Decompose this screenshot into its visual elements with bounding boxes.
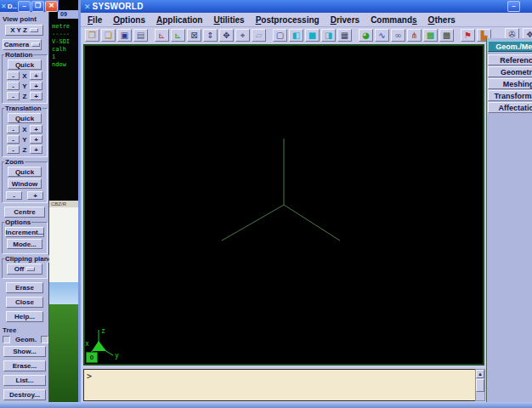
rotate-y-plus-button[interactable]: + xyxy=(30,82,42,90)
tree-destroy-button[interactable]: Destroy... xyxy=(3,389,46,400)
hidden-line-cube-icon[interactable]: ◧ xyxy=(289,29,303,42)
translation-quick-button[interactable]: Quick xyxy=(8,113,42,123)
geom-checkbox[interactable] xyxy=(3,336,10,343)
tree-erase-button[interactable]: Erase... xyxy=(3,360,46,371)
help-button[interactable]: Help... xyxy=(6,311,43,322)
rotation-label: Rotation xyxy=(4,51,33,59)
panel-button-meshing[interactable]: Meshing xyxy=(488,78,532,89)
axis-y-label: Y xyxy=(22,82,27,90)
translate-x-minus-button[interactable]: - xyxy=(7,125,20,133)
save-icon[interactable]: ▣ xyxy=(117,29,132,42)
zoom-icon[interactable]: ⌖ xyxy=(235,29,250,42)
zoom-window-button[interactable]: Window xyxy=(8,178,42,189)
wallpaper-grass: viz xyxy=(49,304,80,408)
dialog-minimize-button[interactable]: – xyxy=(18,1,31,12)
camera-option-menu[interactable]: Camera xyxy=(3,39,42,50)
shaded-cube-icon[interactable]: ■ xyxy=(305,29,320,42)
zoom-in-button[interactable]: + xyxy=(27,191,43,200)
dialog-title: D... xyxy=(8,3,17,10)
triad-y-label: y xyxy=(115,352,119,360)
mesh-checkbox[interactable] xyxy=(41,336,48,343)
menu-postprocessing[interactable]: Postprocessing xyxy=(256,15,320,25)
menu-file[interactable]: File xyxy=(88,15,102,25)
clipping-option-menu[interactable]: Off xyxy=(7,264,42,275)
flag-icon[interactable]: ⚑ xyxy=(461,29,475,42)
rotate-x-plus-button[interactable]: + xyxy=(30,71,42,80)
open-folder-icon[interactable]: ❏ xyxy=(101,29,116,42)
tree-show-button[interactable]: Show... xyxy=(3,346,46,357)
translate-z-minus-button[interactable]: - xyxy=(7,145,20,154)
dialog-close-button[interactable]: ✕ xyxy=(45,1,58,12)
print-icon[interactable]: ▤ xyxy=(133,29,148,42)
material-sphere-icon[interactable]: ◕ xyxy=(359,29,373,42)
command-scrollbar[interactable]: ▲ xyxy=(475,369,485,401)
axis-x-label: X xyxy=(22,72,27,80)
xyz-option-menu[interactable]: X Y Z xyxy=(5,25,43,36)
scrollbar-thumb[interactable] xyxy=(476,379,484,392)
zoom-out-button[interactable]: - xyxy=(6,191,22,200)
curve-plot-icon[interactable]: ∿ xyxy=(375,29,389,42)
close-button[interactable]: Close xyxy=(6,297,43,308)
hierarchy-icon[interactable]: ⋔ xyxy=(407,29,422,42)
mesh-cube-icon[interactable]: ▦ xyxy=(337,29,352,42)
menu-commands[interactable]: Commands xyxy=(371,15,416,25)
panel-button-affectation[interactable]: Affectation xyxy=(488,102,532,113)
command-area: > ▲ xyxy=(83,369,485,401)
rotate-z-minus-button[interactable]: - xyxy=(7,92,20,100)
snapshot-icon[interactable]: ▩ xyxy=(439,29,454,42)
axis-z-label: Z xyxy=(22,93,27,100)
vertical-fit-icon[interactable]: ⇕ xyxy=(203,29,218,42)
solid-cube-icon[interactable]: ◨ xyxy=(321,29,336,42)
dialog-maximize-button[interactable]: ❒ xyxy=(31,1,44,12)
mode-button[interactable]: Mode... xyxy=(7,239,42,249)
corner-axes-icon[interactable]: ⊾ xyxy=(171,29,185,42)
menu-drivers[interactable]: Drivers xyxy=(331,15,359,25)
menu-options[interactable]: Options xyxy=(113,15,145,25)
translate-y-plus-button[interactable]: + xyxy=(30,135,42,144)
translate-z-plus-button[interactable]: + xyxy=(30,145,42,154)
sysworld-window: ✕ SYSWORLD – File Options Application Ut… xyxy=(78,0,532,408)
rotate-x-minus-button[interactable]: - xyxy=(7,71,20,80)
panel-button-geometry[interactable]: Geometry xyxy=(488,66,532,77)
eraser-icon[interactable]: ▱ xyxy=(252,29,266,42)
rotation-quick-button[interactable]: Quick xyxy=(8,60,42,70)
tree-heading: Tree xyxy=(3,326,49,334)
titlebar[interactable]: ✕ SYSWORLD – xyxy=(81,0,532,13)
dialog-logo-icon: ✕ xyxy=(1,3,7,10)
translate-x-plus-button[interactable]: + xyxy=(30,125,42,133)
translate-y-minus-button[interactable]: - xyxy=(7,135,20,144)
erase-button[interactable]: Erase xyxy=(6,282,43,293)
menu-others[interactable]: Others xyxy=(428,15,456,25)
rotate-y-minus-button[interactable]: - xyxy=(7,82,20,90)
open-file-icon[interactable]: ❐ xyxy=(85,29,99,42)
triad-z-label: z xyxy=(101,327,105,335)
viewport[interactable]: z x y 0 xyxy=(83,44,484,366)
centre-button[interactable]: Centre xyxy=(4,207,45,218)
axes-icon[interactable]: ⊾ xyxy=(155,29,169,42)
xyz-option-value: X Y Z xyxy=(10,26,27,34)
toolbar: ❐ ❏ ▣ ▤ ⊾ ⊾ ⊠ ⇕ ✥ ⌖ ▱ ▢ ◧ ■ ◨ ▦ ◕ ∿ ∞ ⋔ … xyxy=(81,27,532,44)
tree-list-button[interactable]: List... xyxy=(3,375,46,386)
geom-checkbox-label: Geom. xyxy=(15,336,37,343)
zoom-quick-button[interactable]: Quick xyxy=(8,167,42,177)
panel-button-transformation[interactable]: Transformati. xyxy=(488,90,532,101)
minimize-button[interactable]: – xyxy=(507,1,520,12)
wireframe-cube-icon[interactable]: ▢ xyxy=(273,29,287,42)
scroll-up-icon[interactable]: ▲ xyxy=(476,370,484,378)
panel-button-reference[interactable]: Reference xyxy=(488,54,532,65)
viewpoint-dialog-titlebar[interactable]: ✕ D... – ❒ ✕ xyxy=(0,0,59,12)
image-icon[interactable]: ▩ xyxy=(423,29,438,42)
fit-view-icon[interactable]: ⊠ xyxy=(187,29,201,42)
option-menu-dash-icon xyxy=(26,267,35,271)
increment-button[interactable]: Increment... xyxy=(5,227,44,237)
rotate-z-plus-button[interactable]: + xyxy=(30,92,42,100)
menu-utilities[interactable]: Utilities xyxy=(213,15,244,25)
rotation-group: Rotation Quick - X + - Y + - Z + xyxy=(2,54,48,104)
glasses-icon[interactable]: ∞ xyxy=(391,29,405,42)
desktop-strip: 09 metre ----- V-SDI calh 1 ndow CBZ/R v… xyxy=(49,0,80,408)
menu-application[interactable]: Application xyxy=(156,15,202,25)
panel-button-geom-mesh[interactable]: Geom./Mesh xyxy=(488,41,532,52)
command-input[interactable]: > xyxy=(83,369,475,401)
bottom-edge-strip xyxy=(0,402,532,408)
pan-icon[interactable]: ✥ xyxy=(219,29,234,42)
